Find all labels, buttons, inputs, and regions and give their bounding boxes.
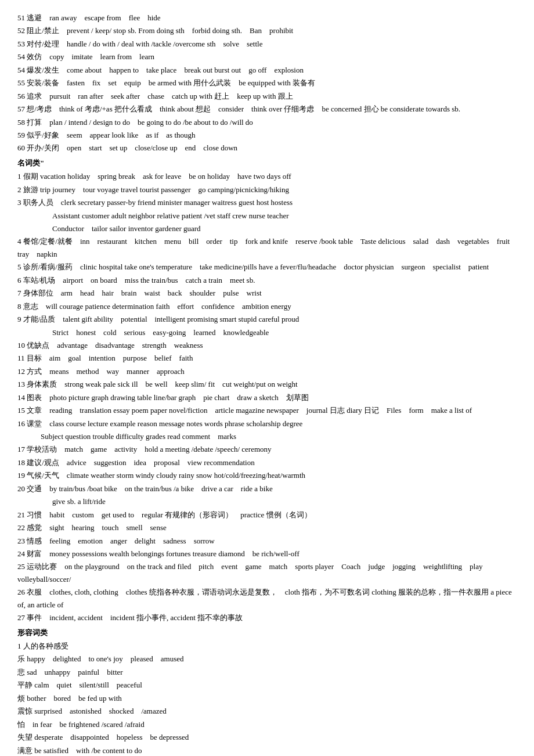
line-number: 54 爆发/发生 — [17, 66, 59, 74]
noun-9b: Strict honest cold serious easy-going le… — [17, 326, 517, 339]
line-number: 52 阻止/禁止 — [17, 26, 59, 35]
line-number: 54 效仿 — [17, 52, 42, 61]
noun-21: 21 习惯 habit custom get used to regular 有… — [17, 509, 517, 521]
noun-7: 7 身体部位 arm head hair brain waist back sh… — [17, 287, 517, 299]
line-number: 60 开办/关闭 — [17, 143, 59, 152]
noun-6: 6 车站/机场 airport on board miss the train/… — [17, 274, 517, 286]
line-number: 59 似乎/好象 — [17, 131, 59, 139]
adj-afraid: 怕 in fear be frightened /scared /afraid — [17, 718, 517, 730]
line-56: 56 追求 pursuit ran after seek after chase… — [17, 90, 517, 102]
adj-section: 1 人的各种感受 乐 happy delighted to one's joy … — [17, 640, 517, 756]
line-number: 57 想/考虑 — [17, 105, 52, 113]
noun-9a: 9 才能/品质 talent gift ability potential in… — [17, 313, 517, 325]
noun-20b: give sb. a lift/ride — [17, 495, 517, 507]
noun-20a: 20 交通 by train/bus /boat bike on the tra… — [17, 483, 517, 495]
noun-16a: 16 课堂 class course lecture example reaso… — [17, 417, 517, 430]
line-55: 55 安装/装备 fasten fix set equip be armed w… — [17, 77, 517, 89]
adj-hopeless: 失望 desperate disappointed hopeless be de… — [17, 731, 517, 743]
noun-3c: Conductor tailor sailor inventor gardene… — [17, 222, 517, 235]
line-number: 58 打算 — [17, 118, 42, 127]
noun-18: 18 建议/观点 advice suggestion idea proposal… — [17, 456, 517, 469]
adj-surprised: 震惊 surprised astonished shocked /amazed — [17, 705, 517, 717]
adj-feelings-label: 1 人的各种感受 — [17, 640, 517, 652]
noun-25: 25 运动比赛 on the playground on the track a… — [17, 560, 517, 585]
adj-sad: 悲 sad unhappy painful bitter — [17, 666, 517, 678]
line-52: 52 阻止/禁止 prevent / keep/ stop sb. From d… — [17, 24, 517, 37]
line-60: 60 开办/关闭 open start set up close/close u… — [17, 142, 517, 154]
noun-12: 12 方式 means method way manner approach — [17, 365, 517, 377]
noun-3b: Assistant customer adult neighbor relati… — [17, 210, 517, 222]
page-content: 51 逃避 ran away escape from flee hide 52 … — [17, 12, 517, 756]
noun-14: 14 图表 photo picture graph drawing table … — [17, 391, 517, 404]
adj-satisfied: 满意 be satisfied with /be content to do — [17, 744, 517, 757]
line-54a: 54 效仿 copy imitate learn from learn — [17, 51, 517, 63]
verb-section: 51 逃避 ran away escape from flee hide 52 … — [17, 12, 517, 154]
noun-15: 15 文章 reading translation essay poem pap… — [17, 404, 517, 416]
line-57: 57 想/考虑 think of 考虑/+as 把什么看成 think abou… — [17, 103, 517, 115]
line-number: 51 逃避 — [17, 13, 42, 22]
noun-5: 5 诊所/看病/服药 clinic hospital take one's te… — [17, 261, 517, 273]
noun-2: 2 旅游 trip journey tour voyage travel tou… — [17, 183, 517, 196]
line-51: 51 逃避 ran away escape from flee hide — [17, 12, 517, 24]
adj-calm: 平静 calm quiet silent/still peaceful — [17, 679, 517, 691]
line-number: 55 安装/装备 — [17, 78, 59, 87]
noun-26: 26 衣服 clothes, cloth, clothing clothes 统… — [17, 586, 517, 611]
line-number: 53 对付/处理 — [17, 39, 59, 48]
noun-11: 11 目标 aim goal intention purpose belief … — [17, 352, 517, 364]
line-number: 56 追求 — [17, 92, 42, 100]
line-53: 53 对付/处理 handle / do with / deal with /t… — [17, 38, 517, 50]
line-54b: 54 爆发/发生 come about happen to take place… — [17, 64, 517, 76]
noun-16b: Subject question trouble difficulty grad… — [17, 430, 517, 442]
noun-22: 22 感觉 sight hearing touch smell sense — [17, 521, 517, 534]
noun-3a: 3 职务人员 clerk secretary passer-by friend … — [17, 196, 517, 208]
noun-17: 17 学校活动 match game activity hold a meeti… — [17, 443, 517, 455]
noun-4: 4 餐馆/定餐/就餐 inn restaurant kitchen menu b… — [17, 235, 517, 260]
noun-13: 13 身体素质 strong weak pale sick ill be wel… — [17, 378, 517, 390]
noun-10: 10 优缺点 advantage disadvantage strength w… — [17, 339, 517, 351]
noun-27: 27 事件 incident, accident incident 指小事件, … — [17, 611, 517, 624]
line-58: 58 打算 plan / intend / design to do be go… — [17, 116, 517, 128]
section-adj-title: 形容词类 — [17, 627, 517, 639]
section-noun-title: 名词类" — [17, 157, 517, 169]
line-59: 59 似乎/好象 seem appear look like as if as … — [17, 129, 517, 141]
noun-23: 23 情感 feeling emotion anger delight sadn… — [17, 535, 517, 547]
noun-section: 1 假期 vacation holiday spring break ask f… — [17, 170, 517, 624]
noun-1: 1 假期 vacation holiday spring break ask f… — [17, 170, 517, 182]
noun-24: 24 财富 money possessions wealth belonging… — [17, 548, 517, 560]
adj-bored: 烦 bother bored be fed up with — [17, 692, 517, 704]
adj-happy: 乐 happy delighted to one's joy pleased a… — [17, 653, 517, 665]
noun-19: 19 气候/天气 climate weather storm windy clo… — [17, 469, 517, 481]
noun-8: 8 意志 will courage patience determination… — [17, 300, 517, 312]
